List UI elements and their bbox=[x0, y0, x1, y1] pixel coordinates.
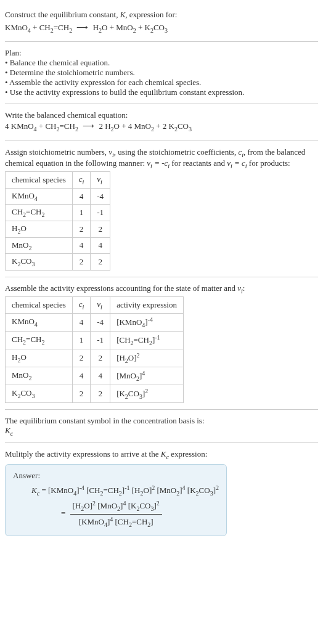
table-row: CH2=CH21-1[CH2=CH2]-1 bbox=[6, 331, 184, 349]
cell-n: 2 bbox=[91, 349, 110, 367]
intro-text-b: , expression for: bbox=[125, 10, 177, 19]
cell-n: -4 bbox=[91, 188, 110, 205]
intro-text: Construct the equilibrium constant, bbox=[5, 10, 120, 19]
cell-c: 4 bbox=[72, 237, 91, 254]
cell-n: 4 bbox=[91, 237, 110, 254]
stoich-table: chemical species ci νi KMnO44-4 CH2=CH21… bbox=[5, 171, 110, 271]
cell-n: -1 bbox=[91, 205, 110, 221]
cell-activity: [MnO2]4 bbox=[110, 367, 184, 385]
cell-activity: [CH2=CH2]-1 bbox=[110, 331, 184, 349]
cell-c: 4 bbox=[72, 313, 91, 331]
table-row: MnO244[MnO2]4 bbox=[6, 367, 184, 385]
plan-heading: Plan: bbox=[5, 48, 318, 58]
cell-species: K2CO3 bbox=[6, 254, 73, 271]
cell-n: 2 bbox=[91, 221, 110, 237]
assign-text-5: for products: bbox=[247, 158, 290, 168]
rel1: νi = -ci bbox=[147, 158, 170, 168]
table-row: KMnO44-4 bbox=[6, 188, 110, 205]
assign-block: Assign stoichiometric numbers, νi, using… bbox=[5, 144, 318, 274]
cell-species: H2O bbox=[6, 349, 73, 367]
divider bbox=[5, 41, 318, 42]
nu-symbol: νi bbox=[108, 147, 114, 157]
cell-n: 4 bbox=[91, 367, 110, 385]
cell-species: CH2=CH2 bbox=[6, 205, 73, 221]
cell-species: K2CO3 bbox=[6, 385, 73, 402]
divider bbox=[5, 104, 318, 104]
assemble-text-2: : bbox=[243, 283, 245, 293]
cell-c: 1 bbox=[72, 205, 91, 221]
th-ci: ci bbox=[72, 172, 91, 189]
assign-text-4: for reactants and bbox=[170, 158, 227, 168]
cell-n: -4 bbox=[91, 313, 110, 331]
table-row: K2CO322[K2CO3]2 bbox=[6, 385, 184, 402]
cell-activity: [K2CO3]2 bbox=[110, 385, 184, 402]
divider bbox=[5, 442, 318, 443]
multiply-block: Mulitply the activity expressions to arr… bbox=[5, 446, 318, 540]
divider bbox=[5, 409, 318, 410]
kc-symbol: Kc bbox=[5, 426, 318, 437]
fraction: [H2O]2 [MnO2]4 [K2CO3]2 [KMnO4]4 [CH2=CH… bbox=[70, 499, 162, 530]
table-row: CH2=CH21-1 bbox=[6, 205, 110, 221]
intro-equation: KMnO4 + CH2=CH2 ⟶ H2O + MnO2 + K2CO3 bbox=[5, 22, 318, 36]
symbol-text: The equilibrium constant symbol in the c… bbox=[5, 416, 318, 426]
cell-n: -1 bbox=[91, 331, 110, 349]
cell-c: 2 bbox=[72, 349, 91, 367]
symbol-block: The equilibrium constant symbol in the c… bbox=[5, 412, 318, 441]
cell-species: KMnO4 bbox=[6, 313, 73, 331]
cell-c: 2 bbox=[72, 221, 91, 237]
cell-species: MnO2 bbox=[6, 367, 73, 385]
cell-c: 4 bbox=[72, 188, 91, 205]
cell-species: H2O bbox=[6, 221, 73, 237]
table-row: H2O22[H2O]2 bbox=[6, 349, 184, 367]
cell-n: 2 bbox=[91, 254, 110, 271]
th-species: chemical species bbox=[6, 297, 73, 314]
cell-n: 2 bbox=[91, 385, 110, 402]
cell-c: 2 bbox=[72, 254, 91, 271]
assemble-block: Assemble the activity expressions accoun… bbox=[5, 280, 318, 407]
answer-flat-line: Kc = [KMnO4]-4 [CH2=CH2]-1 [H2O]2 [MnO2]… bbox=[13, 483, 219, 499]
cell-c: 4 bbox=[72, 367, 91, 385]
th-species: chemical species bbox=[6, 172, 73, 189]
rel2: νi = ci bbox=[227, 158, 247, 168]
assign-text-2: , using the stoichiometric coefficients, bbox=[114, 147, 239, 157]
cell-activity: [KMnO4]-4 bbox=[110, 313, 184, 331]
assign-text-1: Assign stoichiometric numbers, bbox=[5, 147, 108, 157]
table-row: H2O22 bbox=[6, 221, 110, 237]
cell-activity: [H2O]2 bbox=[110, 349, 184, 367]
th-nu: νi bbox=[91, 297, 110, 314]
intro-block: Construct the equilibrium constant, K, e… bbox=[5, 5, 318, 39]
th-activity: activity expression bbox=[110, 297, 184, 314]
balanced-block: Write the balanced chemical equation: 4 … bbox=[5, 107, 318, 138]
th-nu: νi bbox=[91, 172, 110, 189]
table-header-row: chemical species ci νi bbox=[6, 172, 110, 189]
fraction-numerator: [H2O]2 [MnO2]4 [K2CO3]2 bbox=[70, 499, 162, 515]
th-ci: ci bbox=[72, 297, 91, 314]
cell-c: 1 bbox=[72, 331, 91, 349]
plan-item-3: • Assemble the activity expression for e… bbox=[5, 78, 318, 88]
answer-box: Answer: Kc = [KMnO4]-4 [CH2=CH2]-1 [H2O]… bbox=[5, 464, 227, 537]
divider bbox=[5, 141, 318, 141]
kc-symbol-2: Kc bbox=[161, 449, 169, 459]
plan-block: Plan: • Balance the chemical equation. •… bbox=[5, 44, 318, 101]
balanced-equation: 4 KMnO4 + CH2=CH2 ⟶ 2 H2O + 4 MnO2 + 2 K… bbox=[5, 120, 318, 134]
answer-frac-line: = [H2O]2 [MnO2]4 [K2CO3]2 [KMnO4]4 [CH2=… bbox=[43, 499, 219, 530]
table-row: KMnO44-4[KMnO4]-4 bbox=[6, 313, 184, 331]
cell-species: KMnO4 bbox=[6, 188, 73, 205]
assemble-text-1: Assemble the activity expressions accoun… bbox=[5, 283, 237, 293]
cell-c: 2 bbox=[72, 385, 91, 402]
fraction-denominator: [KMnO4]4 [CH2=CH2] bbox=[70, 515, 162, 530]
table-header-row: chemical species ci νi activity expressi… bbox=[6, 297, 184, 314]
nu-symbol-2: νi bbox=[237, 283, 243, 293]
cell-species: CH2=CH2 bbox=[6, 331, 73, 349]
plan-item-1: • Balance the chemical equation. bbox=[5, 58, 318, 68]
table-row: K2CO322 bbox=[6, 254, 110, 271]
cell-species: MnO2 bbox=[6, 237, 73, 254]
table-row: MnO244 bbox=[6, 237, 110, 254]
plan-item-4: • Use the activity expressions to build … bbox=[5, 88, 318, 97]
balanced-heading: Write the balanced chemical equation: bbox=[5, 110, 318, 120]
activity-table: chemical species ci νi activity expressi… bbox=[5, 296, 184, 402]
ci-symbol: ci bbox=[238, 147, 243, 157]
answer-label: Answer: bbox=[13, 471, 219, 481]
multiply-text-1: Mulitply the activity expressions to arr… bbox=[5, 449, 161, 459]
multiply-text-2: expression: bbox=[169, 449, 207, 459]
